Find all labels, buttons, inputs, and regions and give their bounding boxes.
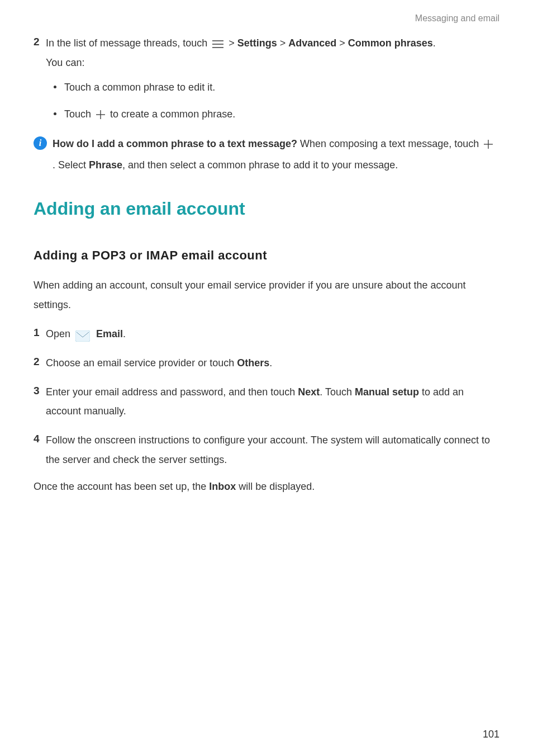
step-3-enter-credentials: 3 Enter your email address and password,… (34, 382, 499, 420)
s1a: Open (46, 328, 73, 339)
closing-b: will be displayed. (236, 481, 315, 492)
b2b: to create a common phrase. (110, 108, 235, 120)
closing-paragraph: Once the account has been set up, the In… (34, 477, 499, 496)
bullet-1: Touch a common phrase to edit it. (54, 78, 499, 97)
s3b: . Touch (320, 386, 355, 398)
phrase-label: Phrase (89, 159, 122, 171)
info-question: How do I add a common phrase to a text m… (53, 138, 297, 149)
info-a2: . Select (53, 159, 89, 171)
bullet1-text: Touch a common phrase to edit it. (64, 78, 215, 97)
advanced-label: Advanced (288, 37, 336, 49)
email-app-icon (75, 329, 90, 340)
info-block: i How do I add a common phrase to a text… (34, 134, 499, 176)
plus-icon (484, 140, 493, 149)
closing-a: Once the account has been set up, the (34, 481, 209, 492)
step-number: 4 (34, 431, 46, 469)
info-a1: When composing a text message, touch (297, 138, 482, 149)
heading-adding-email-account: Adding an email account (34, 192, 499, 226)
you-can: You can: (46, 53, 499, 72)
menu-icon (212, 40, 223, 48)
s3a: Enter your email address and password, a… (46, 386, 298, 398)
step-body: Enter your email address and password, a… (46, 382, 499, 420)
bullet2-text: Touch to create a common phrase. (64, 105, 235, 124)
manual-setup-label: Manual setup (355, 386, 419, 398)
info-a3: , and then select a common phrase to add… (122, 159, 398, 171)
step-body: Follow the onscreen instructions to conf… (46, 431, 499, 469)
others-label: Others (237, 357, 269, 368)
heading-pop3-imap: Adding a POP3 or IMAP email account (34, 244, 499, 267)
bullet-dot-icon (54, 112, 56, 115)
inbox-label: Inbox (209, 481, 236, 492)
step-number: 2 (34, 353, 46, 372)
step-2: 2 In the list of message threads, touch … (34, 34, 499, 72)
settings-label: Settings (237, 37, 277, 49)
step-number: 2 (34, 34, 46, 72)
bullet-list: Touch a common phrase to edit it. Touch … (54, 78, 499, 124)
step-number: 1 (34, 324, 46, 343)
intro-paragraph: When adding an account, consult your ema… (34, 276, 499, 314)
sep2: > (280, 37, 289, 49)
step-body: Choose an email service provider or touc… (46, 353, 499, 372)
plus-icon (96, 110, 105, 119)
email-label: Email (96, 328, 123, 339)
step-1-open-email: 1 Open Email. (34, 324, 499, 343)
header-breadcrumb: Messaging and email (34, 10, 499, 27)
step-number: 3 (34, 382, 46, 420)
step-body: Open Email. (46, 324, 499, 343)
step-2-choose-provider: 2 Choose an email service provider or to… (34, 353, 499, 372)
bullet-2: Touch to create a common phrase. (54, 105, 499, 124)
s2b: . (269, 357, 272, 368)
s2a: Choose an email service provider or touc… (46, 357, 237, 368)
step-4-follow-instructions: 4 Follow the onscreen instructions to co… (34, 431, 499, 469)
s1b: . (123, 328, 126, 339)
b2a: Touch (64, 108, 94, 120)
bullet-dot-icon (54, 86, 56, 88)
sep1: > (229, 37, 237, 49)
step2-text-a: In the list of message threads, touch (46, 37, 210, 49)
step-body: In the list of message threads, touch > … (46, 34, 499, 72)
period: . (433, 37, 436, 49)
next-label: Next (298, 386, 320, 398)
page-number: 101 (483, 725, 499, 744)
sep3: > (339, 37, 348, 49)
common-phrases-label: Common phrases (348, 37, 433, 49)
svg-rect-7 (75, 330, 90, 342)
info-body: How do I add a common phrase to a text m… (53, 134, 499, 176)
info-icon: i (34, 136, 47, 150)
